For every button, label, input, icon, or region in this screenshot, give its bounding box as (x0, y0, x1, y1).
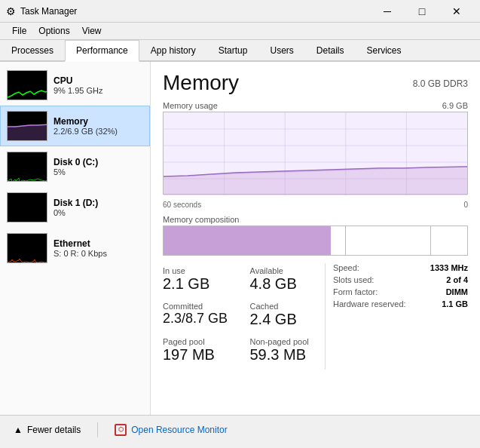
ethernet-label: Ethernet (54, 238, 143, 249)
memory-info: Memory 2.2/6.9 GB (32%) (54, 116, 143, 136)
cpu-graph-thumbnail (7, 70, 47, 100)
disk0-label: Disk 0 (C:) (54, 157, 143, 167)
committed-label: Committed (163, 302, 238, 311)
tab-app-history[interactable]: App history (139, 40, 207, 62)
memory-label: Memory (54, 116, 143, 127)
stat-cached: Cached 2.4 GB (250, 299, 326, 334)
chart-time: 60 seconds 0 (163, 201, 468, 209)
disk1-info: Disk 1 (D:) 0% (54, 198, 143, 217)
hw-reserved-row: Hardware reserved: 1.1 GB (333, 299, 468, 308)
disk0-value: 5% (54, 167, 143, 176)
maximize-button[interactable]: □ (405, 0, 439, 23)
form-value: DIMM (446, 287, 468, 296)
right-stats: Speed: 1333 MHz Slots used: 2 of 4 Form … (325, 263, 468, 370)
tabbar: Processes Performance App history Startu… (0, 40, 480, 62)
tab-processes[interactable]: Processes (0, 40, 65, 62)
tab-details[interactable]: Details (305, 40, 356, 62)
non-paged-value: 59.3 MB (250, 346, 326, 364)
usage-label: Memory usage (163, 101, 218, 110)
memory-composition-chart (163, 226, 468, 256)
memory-usage-chart (163, 112, 468, 195)
paged-pool-label: Paged pool (163, 337, 238, 346)
content-area: Memory 8.0 GB DDR3 Memory usage 6.9 GB (151, 62, 480, 415)
arrow-up-icon: ▲ (14, 425, 23, 435)
composition-label-text: Memory composition (163, 215, 239, 224)
committed-value: 2.3/8.7 GB (163, 311, 238, 327)
stat-available: Available 4.8 GB (250, 263, 326, 299)
disk0-graph-thumbnail (7, 152, 47, 182)
stat-in-use: In use 2.1 GB (163, 263, 238, 299)
svg-rect-3 (8, 193, 47, 222)
sidebar-item-disk1[interactable]: Disk 1 (D:) 0% (0, 187, 150, 228)
window-controls: ─ □ ✕ (370, 0, 474, 23)
form-label: Form factor: (333, 287, 378, 296)
form-row: Form factor: DIMM (333, 287, 468, 296)
app-icon: ⚙ (6, 5, 16, 17)
sidebar: CPU 9% 1.95 GHz Memory 2.2/6.9 GB (32%) (0, 62, 151, 415)
svg-rect-0 (8, 71, 47, 100)
stat-committed: Committed 2.3/8.7 GB (163, 299, 238, 334)
comp-modified (331, 226, 346, 255)
ethernet-info: Ethernet S: 0 R: 0 Kbps (54, 238, 143, 258)
minimize-button[interactable]: ─ (370, 0, 405, 23)
chart-time-left: 60 seconds (163, 201, 201, 209)
memory-value: 2.2/6.9 GB (32%) (54, 127, 143, 136)
comp-standby (346, 226, 431, 255)
menubar: File Options View (0, 23, 480, 40)
cpu-percent: 9% 1.95 GHz (54, 86, 143, 95)
open-resource-monitor-button[interactable]: ⬡ Open Resource Monitor (110, 421, 231, 439)
memory-graph-thumbnail (7, 111, 47, 141)
bottombar: ▲ Fewer details ⬡ Open Resource Monitor (0, 415, 480, 443)
comp-in-use (164, 226, 331, 255)
ethernet-graph-thumbnail (7, 233, 47, 263)
tab-services[interactable]: Services (356, 40, 413, 62)
slots-value: 2 of 4 (446, 275, 468, 284)
in-use-label: In use (163, 266, 238, 275)
content-header: Memory 8.0 GB DDR3 (163, 71, 468, 95)
fewer-details-button[interactable]: ▲ Fewer details (9, 422, 85, 438)
hw-reserved-value: 1.1 GB (442, 299, 468, 308)
cpu-label: CPU (54, 75, 143, 86)
menu-file[interactable]: File (6, 24, 32, 38)
chart-time-right: 0 (463, 201, 468, 209)
sidebar-item-ethernet[interactable]: Ethernet S: 0 R: 0 Kbps (0, 228, 150, 268)
stat-paged-pool: Paged pool 197 MB (163, 334, 238, 370)
fewer-details-label: Fewer details (27, 425, 81, 435)
ethernet-value: S: 0 R: 0 Kbps (54, 249, 143, 258)
stat-non-paged: Non-paged pool 59.3 MB (250, 334, 326, 370)
sidebar-item-disk0[interactable]: Disk 0 (C:) 5% (0, 146, 150, 187)
comp-free (431, 226, 467, 255)
cached-value: 2.4 GB (250, 311, 326, 328)
speed-label: Speed: (333, 263, 359, 272)
composition-label: Memory composition (163, 215, 468, 224)
tab-users[interactable]: Users (258, 40, 304, 62)
main-area: CPU 9% 1.95 GHz Memory 2.2/6.9 GB (32%) (0, 62, 480, 415)
monitor-icon: ⬡ (115, 424, 127, 436)
in-use-value: 2.1 GB (163, 275, 238, 293)
speed-value: 1333 MHz (430, 263, 468, 272)
titlebar: ⚙ Task Manager ─ □ ✕ (0, 0, 480, 23)
stats-area: In use 2.1 GB Available 4.8 GB Committed… (163, 263, 468, 370)
speed-row: Speed: 1333 MHz (333, 263, 468, 272)
close-button[interactable]: ✕ (439, 0, 474, 23)
disk1-value: 0% (54, 208, 143, 217)
menu-options[interactable]: Options (32, 24, 75, 38)
left-stats: In use 2.1 GB Available 4.8 GB Committed… (163, 263, 325, 370)
sidebar-item-memory[interactable]: Memory 2.2/6.9 GB (32%) (0, 106, 150, 146)
content-spec: 8.0 GB DDR3 (413, 71, 468, 89)
tab-startup[interactable]: Startup (207, 40, 259, 62)
available-value: 4.8 GB (250, 275, 326, 293)
disk1-label: Disk 1 (D:) (54, 198, 143, 208)
app-title: Task Manager (20, 6, 370, 17)
usage-chart-label: Memory usage 6.9 GB (163, 101, 468, 110)
paged-pool-value: 197 MB (163, 346, 238, 364)
non-paged-label: Non-paged pool (250, 337, 326, 346)
cached-label: Cached (250, 302, 326, 311)
available-label: Available (250, 266, 326, 275)
bottom-divider (97, 422, 98, 437)
slots-label: Slots used: (333, 275, 374, 284)
hw-reserved-label: Hardware reserved: (333, 299, 406, 308)
tab-performance[interactable]: Performance (65, 40, 139, 62)
menu-view[interactable]: View (76, 24, 108, 38)
sidebar-item-cpu[interactable]: CPU 9% 1.95 GHz (0, 65, 150, 106)
